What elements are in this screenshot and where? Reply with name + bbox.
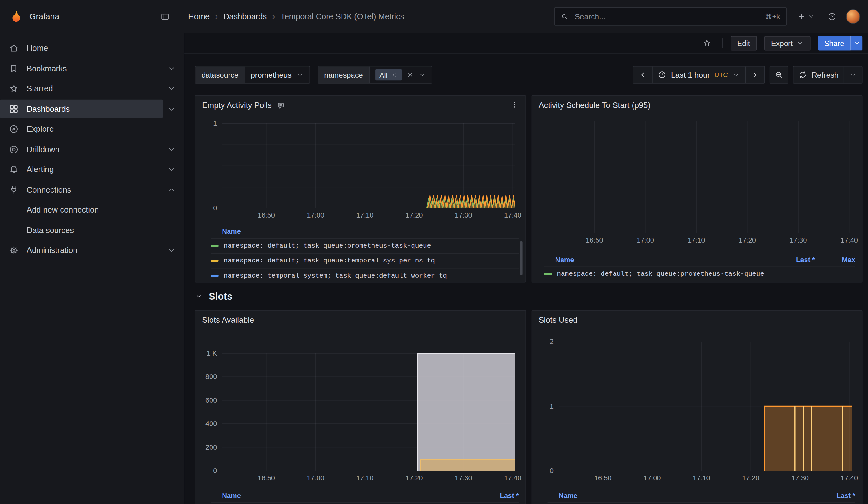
y-axis-label: 400: [206, 420, 217, 428]
refresh-button[interactable]: Refresh: [793, 66, 844, 83]
chevron-down-icon: [849, 71, 857, 79]
x-axis-label: 17:10: [688, 237, 705, 245]
breadcrumb-item-dashboards[interactable]: Dashboards: [224, 12, 267, 21]
datasource-select[interactable]: prometheus: [245, 66, 309, 83]
x-axis-label: 17:10: [693, 474, 710, 482]
chevron-down-icon: [167, 104, 176, 113]
panel-description-icon[interactable]: [277, 101, 285, 109]
export-label: Export: [771, 39, 793, 48]
legend: NameLast *Maxnamespace: default; task_qu…: [544, 253, 855, 281]
refresh-interval-button[interactable]: [844, 66, 862, 83]
time-shift-forward-button[interactable]: [745, 66, 764, 83]
toolbar-divider: [722, 38, 723, 48]
legend-column-last[interactable]: Last *: [779, 256, 815, 264]
sidebar-item-starred[interactable]: Starred: [0, 79, 184, 99]
edit-button[interactable]: Edit: [730, 36, 757, 51]
sidebar-item-drilldown[interactable]: Drilldown: [0, 139, 184, 160]
pill-label: All: [379, 71, 387, 79]
sidebar-item-connections[interactable]: Connections: [0, 180, 184, 200]
legend-item[interactable]: namespace: default; task_queue:prometheu…: [544, 267, 855, 281]
share-dropdown-button[interactable]: [850, 36, 862, 51]
chart-empty-activity-polls[interactable]: 16:5017:0017:1017:2017:3017:4001: [222, 123, 515, 208]
legend-series-marker: [211, 275, 219, 277]
sidebar-item-label: Home: [27, 44, 48, 53]
favorite-star-button[interactable]: [699, 35, 715, 51]
sidebar-item-administration[interactable]: Administration: [0, 240, 184, 260]
remove-value-icon[interactable]: [391, 72, 397, 78]
sidebar-nav: HomeBookmarksStarredDashboardsExploreDri…: [0, 33, 184, 504]
user-avatar[interactable]: [846, 9, 860, 24]
zoom-out-button[interactable]: [769, 66, 788, 84]
drilldown-icon: [9, 144, 19, 154]
share-button[interactable]: Share: [818, 36, 850, 51]
panel-header[interactable]: Activity Schedule To Start (p95): [532, 96, 862, 115]
breadcrumb-item-home[interactable]: Home: [188, 12, 209, 21]
time-range-picker[interactable]: Last 1 hour UTC: [652, 66, 745, 83]
legend-column-max[interactable]: Max: [820, 256, 855, 264]
x-axis-label: 17:00: [637, 237, 654, 245]
help-button[interactable]: [824, 9, 840, 24]
x-axis-label: 16:50: [258, 474, 275, 482]
chevron-left-icon: [639, 70, 647, 79]
legend-column-name[interactable]: Name: [211, 492, 478, 500]
namespace-pill[interactable]: All: [375, 69, 402, 80]
variable-namespace[interactable]: namespace All: [318, 66, 432, 84]
search-input[interactable]: [574, 11, 760, 21]
brand-name: Grafana: [29, 12, 59, 21]
clear-all-icon[interactable]: [406, 71, 414, 79]
refresh-icon: [798, 70, 807, 79]
sidebar-item-home[interactable]: Home: [0, 38, 184, 59]
x-axis-label: 17:00: [307, 474, 324, 482]
dock-sidebar-toggle-button[interactable]: [157, 9, 173, 24]
chart-slots-available[interactable]: 16:5017:0017:1017:2017:3017:400200400600…: [222, 353, 515, 471]
search-bar[interactable]: ⌘+k: [554, 7, 787, 25]
star-icon: [702, 39, 711, 48]
section-slots-toggle[interactable]: Slots: [195, 289, 232, 304]
breadcrumb-separator: ›: [215, 12, 218, 21]
export-button[interactable]: Export: [764, 36, 810, 51]
y-axis-label: 200: [206, 443, 217, 451]
new-button[interactable]: [794, 9, 818, 24]
x-axis-label: 17:00: [307, 212, 324, 219]
main-content: Edit Export Share datasource prometheus …: [184, 33, 868, 504]
legend-column-last[interactable]: Last *: [820, 492, 855, 500]
legend-column-name[interactable]: Name: [544, 256, 775, 264]
namespace-select[interactable]: All: [370, 66, 432, 83]
panel-header[interactable]: Slots Available: [195, 311, 525, 330]
sidebar-item-bookmarks[interactable]: Bookmarks: [0, 59, 184, 79]
variable-datasource[interactable]: datasource prometheus: [195, 66, 310, 84]
panel-header[interactable]: Slots Used: [532, 311, 862, 330]
sidebar-item-dashboards[interactable]: Dashboards: [0, 99, 184, 119]
legend-item[interactable]: namespace: default; task_queue:prometheu…: [211, 238, 519, 253]
chevron-right-icon: [751, 70, 760, 79]
share-label: Share: [824, 39, 844, 48]
legend-item[interactable]: namespace: default; task_queue:prometheu…: [211, 502, 519, 504]
legend-column-last[interactable]: Last *: [483, 492, 519, 500]
brand[interactable]: Grafana: [9, 9, 157, 24]
legend: Namenamespace: default; task_queue:prome…: [211, 225, 519, 282]
panel-header[interactable]: Empty Activity Polls: [195, 96, 525, 115]
share-button-group: Share: [818, 36, 862, 51]
edit-label: Edit: [737, 39, 750, 48]
x-axis-label: 17:40: [504, 212, 521, 219]
sidebar-item-label: Add new connection: [27, 206, 99, 214]
sidebar-item-add-new-connection[interactable]: Add new connection: [0, 200, 184, 220]
legend-item[interactable]: namespace: default; task_queue:temporal_…: [211, 253, 519, 268]
chart-slots-used[interactable]: 16:5017:0017:1017:2017:3017:40012: [559, 342, 852, 471]
chevron-down-icon: [195, 292, 203, 300]
legend-item[interactable]: namespace: default; task_queue:prometheu…: [548, 502, 855, 504]
panel-title: Slots Used: [538, 316, 577, 325]
sidebar-item-alerting[interactable]: Alerting: [0, 160, 184, 180]
panel-menu-button[interactable]: [509, 99, 521, 112]
legend-column-name[interactable]: Name: [211, 228, 519, 236]
legend-column-name[interactable]: Name: [548, 492, 815, 500]
x-axis-label: 16:50: [258, 212, 275, 219]
chart-activity-schedule-to-start[interactable]: 16:5017:0017:1017:2017:3017:40: [549, 121, 852, 233]
legend-item[interactable]: namespace: temporal_system; task_queue:d…: [211, 268, 519, 282]
sidebar-item-data-sources[interactable]: Data sources: [0, 220, 184, 240]
breadcrumb-item-temporal-core-sdk-otel-metrics: Temporal Core SDK (OTel) Metrics: [281, 12, 404, 21]
sidebar-item-explore[interactable]: Explore: [0, 119, 184, 139]
legend-scrollbar[interactable]: [520, 241, 523, 275]
time-shift-back-button[interactable]: [633, 66, 652, 83]
datasource-value: prometheus: [251, 70, 292, 79]
